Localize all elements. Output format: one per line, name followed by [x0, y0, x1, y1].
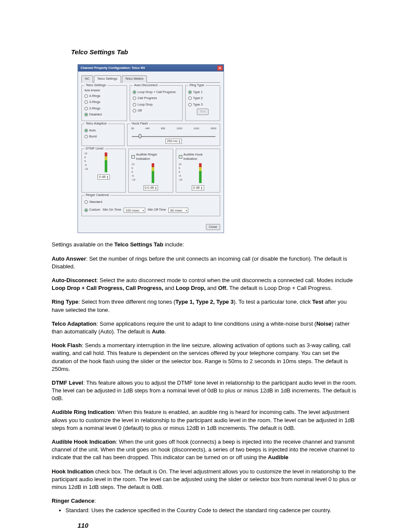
tab-telco-settings[interactable]: Telco Settings	[94, 75, 121, 83]
page-number: 110	[52, 521, 359, 530]
group-dtmf-level: DTMF Level	[84, 146, 105, 151]
group-auto-disconnect: Auto Disconnect	[133, 83, 159, 88]
close-button[interactable]: Close	[206, 224, 220, 230]
radio-4rings[interactable]: 4-Rings	[84, 94, 124, 99]
radio-type3[interactable]: Type 3	[188, 103, 217, 107]
min-on-label: Min On Time	[103, 208, 121, 212]
intro-para: Settings available on the Telco Settings…	[52, 241, 359, 249]
hookflash-slider[interactable]	[132, 136, 215, 137]
min-off-label: Min Off Time	[148, 208, 166, 212]
para-hook-flash: Hook Flash: Sends a momentary interrupti…	[52, 342, 359, 373]
close-icon[interactable]: ×	[217, 65, 223, 71]
check-audible-ring[interactable]: Audible Ringer Indication	[131, 152, 170, 162]
radio-2rings[interactable]: 2-Rings	[84, 106, 124, 111]
min-off-dropdown[interactable]: 80 msec	[168, 208, 188, 213]
dtmf-meter	[105, 152, 107, 172]
tab-nc[interactable]: NC	[81, 75, 93, 83]
para-ringer-cadence: Ringer Cadence:	[52, 497, 359, 505]
radio-auto[interactable]: Auto	[84, 128, 121, 133]
section-title: Telco Settings Tab	[52, 47, 359, 56]
radio-disabled[interactable]: Disabled	[84, 112, 124, 117]
radio-burst[interactable]: Burst	[84, 134, 121, 139]
radio-loopdrop-callprog[interactable]: Loop Drop + Call Progress	[133, 90, 180, 95]
hook-spinner[interactable]: 0 dB▲▼	[192, 185, 204, 190]
radio-loopdrop[interactable]: Loop Drop	[133, 103, 180, 107]
group-ringer-cadence: Ringer Cadence	[84, 193, 110, 198]
para-telco-adaptation: Telco Adaptation: Some applications requ…	[52, 320, 359, 336]
radio-type1[interactable]: Type 1	[188, 90, 217, 95]
telco-settings-dialog: Channel Property Configuration: Telco RX…	[78, 64, 224, 233]
group-hook-flash: Hook Flash	[130, 121, 149, 126]
group-telco-adaption: Telco Adaption	[84, 121, 108, 126]
min-on-dropdown[interactable]: 100 msec	[124, 208, 145, 213]
list-item: Standard: Uses the cadence specified in …	[65, 507, 359, 514]
dialog-titlebar: Channel Property Configuration: Telco RX…	[78, 65, 224, 72]
para-ring-type: Ring Type: Select from three different r…	[52, 298, 359, 314]
radio-standard[interactable]: Standard	[84, 200, 217, 205]
ring-spinner[interactable]: 0.0 dB▲▼	[143, 185, 159, 190]
tabstrip: NC Telco Settings Telco Meters	[81, 75, 220, 83]
hookflash-spinner[interactable]: 250 ms ▲▼	[165, 139, 182, 144]
para-hook-indication: Hook Indication check box. The default i…	[52, 468, 359, 492]
radio-type2[interactable]: Type 2	[188, 96, 217, 101]
ringer-cadence-list: Standard: Uses the cadence specified in …	[65, 507, 359, 514]
group-telco-settings: Telco Settings	[84, 83, 107, 88]
group-ring-type: Ring Type	[188, 83, 206, 88]
hook-meter	[199, 163, 202, 183]
ring-meter	[152, 163, 154, 183]
group-auto-answer: Auto Answer	[84, 88, 124, 92]
para-audible-hook: Audible Hook Indication: When the unit g…	[52, 438, 359, 462]
para-dtmf: DTMF Level: This feature allows you to a…	[52, 379, 359, 403]
radio-3rings[interactable]: 3-Rings	[84, 100, 124, 105]
radio-off[interactable]: Off	[133, 109, 180, 113]
para-audible-ring: Audible Ring Indication: When this featu…	[52, 408, 359, 432]
dialog-title: Channel Property Configuration: Telco RX	[81, 66, 217, 71]
radio-callprog[interactable]: Call Progress	[133, 96, 180, 101]
dtmf-spinner[interactable]: 0 dB▲▼	[97, 174, 109, 180]
tab-telco-meters[interactable]: Telco Meters	[122, 75, 147, 83]
radio-custom[interactable]: Custom	[84, 208, 100, 212]
check-audible-hook[interactable]: Audible Hook Indication	[179, 152, 217, 162]
test-button[interactable]: Test	[197, 109, 209, 115]
para-auto-disconnect: Auto-Disconnect: Select the auto disconn…	[52, 277, 359, 292]
para-auto-answer: Auto Answer: Set the number of rings bef…	[52, 255, 359, 271]
